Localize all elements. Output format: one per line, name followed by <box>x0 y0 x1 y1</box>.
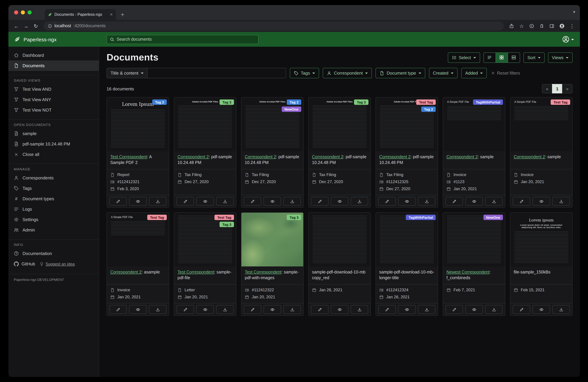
view-button[interactable] <box>196 305 214 314</box>
document-thumbnail[interactable]: A Simple PDF File Test Tag <box>510 98 572 151</box>
edit-button[interactable] <box>513 197 530 206</box>
select-button[interactable]: Select <box>448 52 480 63</box>
document-thumbnail[interactable]: NewOne <box>443 213 505 266</box>
view-button[interactable] <box>196 197 214 206</box>
correspondent-link[interactable]: Correspondent 2 <box>110 270 142 275</box>
view-button[interactable] <box>398 197 416 206</box>
download-button[interactable] <box>216 197 234 206</box>
edit-button[interactable] <box>109 305 127 314</box>
edit-button[interactable] <box>176 305 194 314</box>
view-button[interactable] <box>398 305 416 314</box>
pagination-prev-button[interactable]: « <box>542 84 552 93</box>
browser-profile-avatar[interactable] <box>557 21 567 30</box>
minimize-window-button[interactable] <box>21 10 25 15</box>
sidebar-item-documentation[interactable]: Documentation <box>8 248 99 259</box>
correspondent-link[interactable]: Test Correspondent <box>245 270 281 275</box>
edit-button[interactable] <box>176 197 194 206</box>
sidebar-item-document-types[interactable]: # Document types <box>8 194 99 204</box>
view-button[interactable] <box>331 305 348 314</box>
document-thumbnail[interactable]: Adobe Acrobat PDF Files Tag 3 <box>174 98 236 151</box>
sidebar-item-correspondents[interactable]: Correspondents <box>8 173 99 183</box>
correspondent-link[interactable]: Correspondent 2 <box>177 155 209 159</box>
browser-tab[interactable]: Documents - Paperless-ngx <box>45 9 116 20</box>
document-thumbnail[interactable]: Lorem Ipsum Tag 2 <box>107 98 169 151</box>
view-button[interactable] <box>331 197 348 206</box>
correspondent-link[interactable]: Test Correspondent <box>177 270 214 275</box>
tags-filter-button[interactable]: Tags <box>290 68 319 78</box>
download-button[interactable] <box>351 197 368 206</box>
reset-filters-button[interactable]: Reset filters <box>491 71 520 76</box>
edit-button[interactable] <box>513 305 530 314</box>
document-thumbnail[interactable]: Lorem ipsum Lorem ipsum dolor sit amet, … <box>510 213 572 266</box>
sidebar-item-close-all[interactable]: Close all <box>8 149 99 160</box>
grid-view-button[interactable] <box>495 52 508 63</box>
correspondent-link[interactable]: Newest Correspondent <box>446 270 489 275</box>
tag-badge[interactable]: Test Tag <box>551 100 570 105</box>
created-filter-button[interactable]: Created <box>429 68 458 78</box>
download-button[interactable] <box>283 197 301 206</box>
tag-badge[interactable]: Tag 3 <box>220 100 234 105</box>
suggest-idea-link[interactable]: Suggest an idea <box>40 261 75 266</box>
download-button[interactable] <box>418 197 435 206</box>
download-button[interactable] <box>552 197 570 206</box>
edit-button[interactable] <box>244 197 261 206</box>
user-menu[interactable] <box>562 36 580 43</box>
app-brand[interactable]: Paperless-ngx <box>8 36 99 43</box>
view-button[interactable] <box>532 197 550 206</box>
sidebar-item-view-not[interactable]: Test View NOT <box>8 105 99 115</box>
document-thumbnail[interactable]: Tag 3 <box>241 213 303 266</box>
download-button[interactable] <box>216 305 234 314</box>
tag-badge[interactable]: NewOne <box>282 106 301 112</box>
address-bar[interactable]: localhost:4200/documents <box>44 21 504 30</box>
zoom-window-button[interactable] <box>28 10 32 15</box>
github-link[interactable]: GitHub <box>21 261 35 266</box>
sort-button[interactable]: Sort <box>523 52 545 63</box>
correspondent-link[interactable]: Correspondent 2 <box>245 155 276 159</box>
sidebar-item-view-any[interactable]: Test View ANY <box>8 94 99 105</box>
correspondent-link[interactable]: Correspondent 2 <box>514 155 545 159</box>
download-button[interactable] <box>418 305 435 314</box>
tab-close-icon[interactable] <box>110 13 113 16</box>
site-info-icon[interactable] <box>48 24 52 28</box>
close-window-button[interactable] <box>14 10 18 15</box>
search-input[interactable] <box>117 37 255 42</box>
filter-text-input[interactable] <box>147 68 286 78</box>
tag-badge[interactable]: Test Tag <box>147 215 167 220</box>
document-thumbnail[interactable]: TagWithPartial <box>376 213 438 266</box>
share-button[interactable] <box>507 21 516 30</box>
view-button[interactable] <box>129 197 147 206</box>
tag-badge[interactable]: Tag 2 <box>421 106 436 112</box>
document-thumbnail[interactable]: Adobe Acrobat PDF Files Tag 2NewOne <box>241 98 303 151</box>
edit-button[interactable] <box>244 305 261 314</box>
document-thumbnail[interactable]: Adobe Acrobat PDF Files Tag 3 <box>309 98 371 151</box>
edit-button[interactable] <box>445 305 463 314</box>
view-button[interactable] <box>264 305 281 314</box>
correspondent-link[interactable]: Correspondent 2 <box>446 155 478 159</box>
download-button[interactable] <box>149 305 167 314</box>
view-button[interactable] <box>264 197 281 206</box>
title-content-dropdown[interactable]: Title & content <box>106 68 147 78</box>
download-button[interactable] <box>485 305 503 314</box>
edit-button[interactable] <box>311 197 328 206</box>
forward-button[interactable] <box>21 21 31 30</box>
tag-badge[interactable]: TagWithPartial <box>406 215 436 220</box>
edit-button[interactable] <box>378 197 396 206</box>
download-button[interactable] <box>485 197 503 206</box>
tag-badge[interactable]: NewOne <box>483 215 503 220</box>
back-button[interactable] <box>12 21 21 30</box>
sidebar-item-logs[interactable]: Logs <box>8 204 99 214</box>
list-view-button[interactable] <box>483 52 496 63</box>
download-button[interactable] <box>351 305 368 314</box>
correspondent-filter-button[interactable]: Correspondent <box>323 68 372 78</box>
correspondent-link[interactable]: Correspondent 2 <box>312 155 343 159</box>
sidebar-item-documents[interactable]: Documents <box>8 60 99 71</box>
bookmark-star-button[interactable] <box>517 21 526 30</box>
document-thumbnail[interactable] <box>309 213 371 266</box>
download-button[interactable] <box>283 305 301 314</box>
document-thumbnail[interactable]: Test TagTag 3 <box>174 213 236 266</box>
global-search[interactable] <box>106 35 258 44</box>
tag-badge[interactable]: Tag 3 <box>354 100 368 105</box>
sidebar-item-view-and[interactable]: Test View AND <box>8 84 99 94</box>
view-button[interactable] <box>129 305 147 314</box>
edit-button[interactable] <box>311 305 328 314</box>
